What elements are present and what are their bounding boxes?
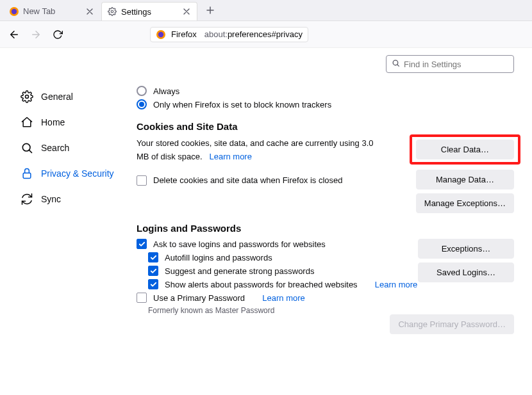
settings-sidebar: General Home Search Privacy & Security S… xyxy=(0,48,125,395)
checkbox-primary-password[interactable]: Use a Primary Password Learn more xyxy=(137,293,514,303)
cookies-description: Your stored cookies, site data, and cach… xyxy=(137,137,387,164)
manage-data-button[interactable]: Manage Data… xyxy=(416,170,514,189)
sidebar-item-sync[interactable]: Sync xyxy=(0,188,125,211)
url-text: about:preferences#privacy xyxy=(204,29,303,39)
sidebar-item-label: Sync xyxy=(41,194,61,204)
firefox-icon xyxy=(9,6,19,17)
sidebar-item-privacy[interactable]: Privacy & Security xyxy=(0,162,125,185)
radio-label: Only when Firefox is set to block known … xyxy=(153,100,331,109)
close-icon[interactable] xyxy=(85,6,95,17)
sidebar-item-label: Privacy & Security xyxy=(41,168,114,179)
radio-always[interactable]: Always xyxy=(137,86,514,96)
checkbox-icon xyxy=(137,293,147,303)
reload-button[interactable] xyxy=(51,28,64,41)
sidebar-item-label: General xyxy=(41,92,73,102)
manage-exceptions-button[interactable]: Manage Exceptions… xyxy=(416,193,514,213)
sidebar-item-general[interactable]: General xyxy=(0,85,125,108)
firefox-icon xyxy=(156,29,166,40)
sync-icon xyxy=(21,193,33,206)
checkbox-label: Ask to save logins and passwords for web… xyxy=(153,239,326,249)
sidebar-item-search[interactable]: Search xyxy=(0,136,125,159)
browser-tabstrip: New Tab Settings xyxy=(0,0,532,21)
browser-toolbar: Firefox about:preferences#privacy xyxy=(0,21,532,48)
new-tab-button[interactable] xyxy=(201,1,219,19)
checkbox-label: Suggest and generate strong passwords xyxy=(165,266,314,276)
saved-logins-button[interactable]: Saved Logins… xyxy=(418,262,514,282)
svg-point-1 xyxy=(12,8,17,13)
checkbox-icon xyxy=(137,239,147,249)
link-learn-more-cookies[interactable]: Learn more xyxy=(209,152,251,161)
svg-point-4 xyxy=(158,31,163,36)
svg-point-6 xyxy=(26,95,29,99)
lock-icon xyxy=(21,167,33,180)
section-heading-logins: Logins and Passwords xyxy=(137,223,514,234)
checkbox-label: Autofill logins and passwords xyxy=(165,253,272,262)
radio-icon xyxy=(137,99,147,109)
search-icon xyxy=(21,141,33,154)
svg-point-2 xyxy=(111,10,113,13)
find-in-settings[interactable] xyxy=(386,55,514,73)
logins-exceptions-button[interactable]: Exceptions… xyxy=(418,239,514,259)
radio-only-block-trackers[interactable]: Only when Firefox is set to block known … xyxy=(137,99,514,109)
sidebar-item-label: Home xyxy=(41,117,65,127)
clear-data-button[interactable]: Clear Data… xyxy=(416,140,514,159)
change-primary-password-button[interactable]: Change Primary Password… xyxy=(390,314,514,334)
tab-label: Settings xyxy=(121,7,151,17)
section-logins: Ask to save logins and passwords for web… xyxy=(137,239,514,348)
radio-label: Always xyxy=(153,86,179,96)
checkbox-icon xyxy=(148,252,158,262)
link-learn-more-alerts[interactable]: Learn more xyxy=(375,280,417,289)
sidebar-item-home[interactable]: Home xyxy=(0,111,125,134)
section-cookies: Your stored cookies, site data, and cach… xyxy=(137,137,514,201)
back-button[interactable] xyxy=(8,28,21,41)
forward-button[interactable] xyxy=(29,28,42,41)
sidebar-item-label: Search xyxy=(41,143,69,153)
gear-icon xyxy=(107,6,117,17)
gear-icon xyxy=(21,90,33,103)
search-input[interactable] xyxy=(404,60,511,69)
url-app-label: Firefox xyxy=(171,29,197,39)
home-icon xyxy=(21,116,33,129)
primary-password-note: Formerly known as Master Password xyxy=(148,306,514,315)
tab-settings[interactable]: Settings xyxy=(101,2,197,20)
checkbox-icon xyxy=(148,279,158,289)
link-learn-more-primary[interactable]: Learn more xyxy=(262,293,304,303)
checkbox-label: Use a Primary Password xyxy=(153,293,245,303)
checkbox-icon xyxy=(137,175,147,186)
search-icon xyxy=(392,59,400,69)
checkbox-label: Delete cookies and site data when Firefo… xyxy=(153,175,343,185)
close-icon[interactable] xyxy=(181,6,192,17)
tab-label: New Tab xyxy=(23,6,55,16)
settings-main: Always Only when Firefox is set to block… xyxy=(125,48,532,395)
checkbox-icon xyxy=(148,266,158,276)
url-bar[interactable]: Firefox about:preferences#privacy xyxy=(150,27,308,42)
svg-rect-8 xyxy=(23,173,31,178)
radio-icon xyxy=(137,86,147,96)
checkbox-label: Show alerts about passwords for breached… xyxy=(165,280,358,289)
tab-new-tab[interactable]: New Tab xyxy=(4,2,100,20)
section-heading-cookies: Cookies and Site Data xyxy=(137,121,514,132)
